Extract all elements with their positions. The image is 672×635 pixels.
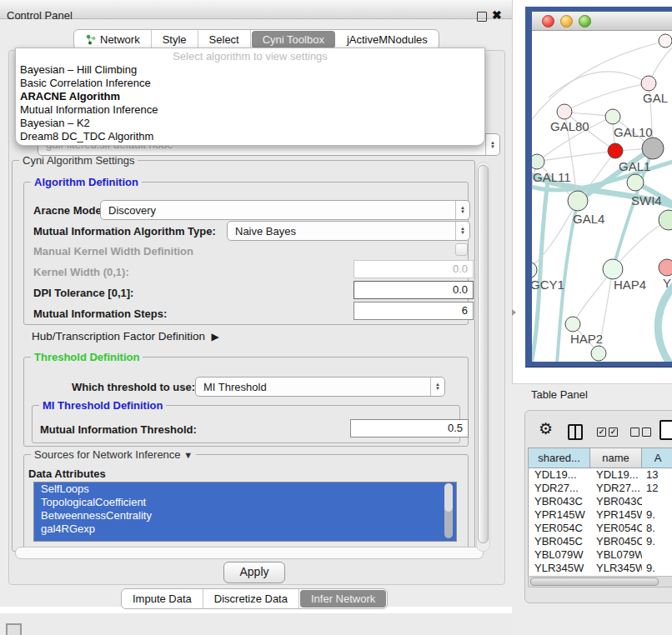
dropdown-item[interactable]: Bayesian – Hill Climbing [20,63,137,77]
network-window-titlebar[interactable] [532,12,672,31]
table-row[interactable]: YPR145WYPR145W9. [529,508,672,522]
node-label: SWI4 [631,193,662,208]
tab-jactivemnodules[interactable]: jActiveMNodules [336,30,439,49]
checked-checkbox-icon[interactable]: ✓ [597,428,606,437]
tab-label: jActiveMNodules [347,33,428,46]
attributes-scrollbar-thumb[interactable] [444,483,453,512]
tab-select[interactable]: Select [198,30,251,49]
tab-label: Infer Network [311,592,375,605]
network-canvas[interactable]: GALGAL80GAL10GAL1GAL11SWI4GAL4GCY1HAP4YH… [532,31,672,362]
dropdown-item[interactable]: Dream8 DC_TDC Algorithm [20,130,153,143]
new-table-icon[interactable] [659,420,672,440]
expand-right-icon: ▶ [212,331,219,342]
node-label: GAL4 [573,212,604,226]
dropdown-placeholder: Select algorithm to view settings [16,50,484,62]
close-icon[interactable]: ✖ [492,8,502,22]
data-attribute-item[interactable]: gal4RGexp [34,522,456,536]
network-node-y[interactable] [659,259,672,276]
table-cell: YBR043C [590,495,642,508]
mi-steps-field[interactable]: 6 [354,302,474,320]
zoom-traffic-light-icon[interactable] [579,15,591,28]
network-node-gal11[interactable] [532,154,544,169]
table-row[interactable]: YBR043CYBR043C [529,495,672,508]
mi-threshold-label: Mutual Information Threshold: [40,423,197,436]
apply-button[interactable]: Apply [223,562,285,583]
network-node-gal[interactable] [641,76,656,91]
unchecked-checkbox-icon[interactable] [642,428,651,437]
sources-title: Sources for Network Inference [34,448,181,461]
close-traffic-light-icon[interactable] [542,15,554,28]
column-header-3[interactable]: A [642,448,672,468]
kernel-width-field[interactable]: 0.0 [354,260,474,278]
network-node-gal1[interactable] [608,143,623,158]
network-node-gal80[interactable] [557,104,572,119]
tab-label: Style [163,33,187,46]
table-row[interactable]: YDL19...YDL19...13 [529,468,672,482]
network-node-gal10[interactable] [605,109,620,124]
pane-divider-arrow-icon[interactable] [512,309,516,316]
dropdown-item[interactable]: Bayesian – K2 [20,117,90,130]
network-node[interactable] [591,346,606,361]
table-cell: 12 [642,482,672,495]
dropdown-item[interactable]: Mutual Information Inference [20,103,158,117]
float-window-icon[interactable] [477,12,487,22]
checked-checkbox-icon[interactable]: ✓ [609,428,618,437]
dropdown-item[interactable]: Basic Correlation Inference [20,77,151,90]
network-node[interactable] [659,34,672,48]
table-cell: YBL079W [590,548,642,562]
network-node-gcy1[interactable] [532,262,537,278]
table-row[interactable]: YDR27...YDR27...12 [529,482,672,495]
table-header-row: shared...nameA [529,448,672,468]
hub-definition-toggle[interactable]: Hub/Transcription Factor Definition ▶ [32,330,219,342]
table-hscrollbar-thumb[interactable] [530,578,659,586]
aracne-mode-combobox[interactable]: Discovery ▲▼ [100,200,470,220]
data-attribute-item[interactable]: SelfLoops [34,482,456,496]
tab-cyni-toolbox[interactable]: Cyni Toolbox [252,31,335,48]
data-attributes-list[interactable]: SelfLoopsTopologicalCoefficientBetweenne… [33,482,457,542]
table-cell: YPR145W [529,508,590,522]
network-node-gal4[interactable] [568,191,588,211]
control-panel-titlebar [0,0,512,19]
dpi-tolerance-label: DPI Tolerance [0,1]: [33,287,133,299]
table-row[interactable]: YBL079WYBL079W [529,548,672,562]
table-row[interactable]: YER054CYER054C8. [529,522,672,535]
table-panel-title: Table Panel [531,388,588,401]
minimize-traffic-light-icon[interactable] [560,15,573,28]
data-attribute-item[interactable]: TopologicalCoefficient [34,496,456,509]
which-threshold-combobox[interactable]: MI Threshold ▲▼ [195,377,445,397]
column-header-2[interactable]: name [590,448,642,468]
mi-threshold-field[interactable]: 0.5 [350,419,469,438]
node-label: GAL80 [550,119,589,133]
dpi-tolerance-field[interactable]: 0.0 [354,281,474,299]
table-cell: 9. [642,535,672,548]
tab-network[interactable]: Network [74,30,152,49]
tab-infer-network[interactable]: Infer Network [300,590,386,608]
network-node-hap2[interactable] [565,317,580,332]
aracne-mode-value: Discovery [101,204,455,217]
table-row[interactable]: YLR345WYLR345W9. [529,562,672,575]
network-node[interactable] [642,138,664,159]
table-row[interactable]: YBR045CYBR045C9. [529,535,672,548]
data-attribute-item[interactable]: BetweennessCentrality [34,509,456,522]
column-header-1[interactable]: shared... [529,448,590,468]
network-node-hap4[interactable] [603,259,623,279]
mi-type-combobox[interactable]: Naive Bayes ▲▼ [227,221,470,241]
manual-kernel-checkbox[interactable] [455,243,468,256]
table-cell: YER054C [529,522,590,535]
collapse-down-icon[interactable]: ▼ [183,450,193,460]
settings-scrollbar-thumb[interactable] [478,165,489,543]
horizontal-scroll-strip[interactable] [15,547,484,559]
dock-panel-icon[interactable] [6,623,22,635]
tab-discretize-data[interactable]: Discretize Data [203,589,299,608]
table-cell: 9. [642,562,672,575]
unchecked-checkbox-icon[interactable] [630,428,639,437]
tab-label: Discretize Data [214,592,288,605]
tab-impute-data[interactable]: Impute Data [122,589,203,608]
network-node-swi4[interactable] [627,174,644,191]
gear-icon[interactable]: ⚙ [539,420,553,438]
tab-style[interactable]: Style [152,30,198,49]
node-label: Y [663,276,671,290]
dropdown-item[interactable]: ARACNE Algorithm [20,90,120,103]
split-columns-icon[interactable] [568,424,583,440]
network-node[interactable] [659,210,672,230]
